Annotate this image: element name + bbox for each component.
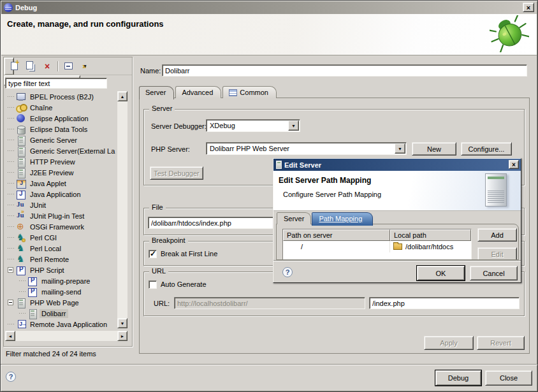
tree-item-label: mailing-prepare bbox=[40, 277, 92, 286]
tree-item-osgi-framework[interactable]: OSGi Framework bbox=[5, 221, 116, 232]
ok-button[interactable]: OK bbox=[417, 266, 465, 280]
tree-item-remote-java-application[interactable]: Remote Java Application bbox=[5, 319, 116, 328]
duplicate-icon[interactable] bbox=[24, 61, 37, 72]
tree-item-label: J2EE Preview bbox=[28, 168, 75, 177]
tree-guide-line bbox=[8, 107, 15, 108]
tree-item-bpel-process-b2j[interactable]: BPEL Process (B2J) bbox=[5, 91, 116, 102]
folder-icon bbox=[393, 243, 402, 250]
tree-item-label: Java Application bbox=[28, 190, 83, 199]
delete-icon[interactable]: × bbox=[41, 61, 54, 72]
tree-guide-line bbox=[8, 324, 15, 324]
vertical-scrollbar[interactable] bbox=[117, 101, 127, 318]
tree-item-generic-server-external-la[interactable]: Generic Server(External La bbox=[5, 145, 116, 156]
auto-generate-checkbox[interactable] bbox=[149, 280, 157, 289]
path-mapping-table[interactable]: Path on serverLocal path//dolibarr/htdoc… bbox=[282, 229, 472, 260]
remote-java-icon bbox=[16, 320, 26, 329]
debug-button[interactable]: Debug bbox=[435, 370, 481, 386]
tree-item-label: JUnit bbox=[28, 201, 48, 210]
break-first-line-checkbox[interactable] bbox=[149, 250, 157, 258]
title-bar[interactable]: Debug × bbox=[1, 1, 537, 14]
tree-item-dolibarr[interactable]: Dolibarr bbox=[5, 308, 116, 319]
scroll-down-icon[interactable]: ▼ bbox=[117, 318, 127, 328]
tree-guide-line bbox=[8, 237, 15, 238]
tab-path-mapping[interactable]: Path Mapping bbox=[312, 212, 373, 226]
tree-item-java-applet[interactable]: Java Applet bbox=[5, 178, 116, 189]
server-path-cell: / bbox=[283, 241, 390, 252]
scroll-up-icon[interactable]: ▲ bbox=[117, 91, 127, 101]
tree-item-generic-server[interactable]: Generic Server bbox=[5, 134, 116, 145]
file-group-title: File bbox=[149, 203, 166, 211]
collapse-all-icon[interactable] bbox=[62, 61, 75, 72]
tree-item-mailing-send[interactable]: mailing-send bbox=[5, 286, 116, 297]
tree-item-php-script[interactable]: PHP Script bbox=[5, 265, 116, 275]
junit-plugin-icon bbox=[16, 212, 26, 221]
table-row[interactable]: //dolibarr/htdocs bbox=[283, 241, 471, 252]
filter-icon[interactable]: »▼ bbox=[78, 61, 91, 72]
tab-server[interactable]: Server bbox=[139, 86, 174, 99]
server-icon bbox=[16, 298, 26, 307]
tree-item-java-application[interactable]: Java Application bbox=[5, 189, 116, 200]
edit-server-title-bar[interactable]: Edit Server bbox=[273, 159, 521, 171]
scroll-left-icon[interactable]: ◄ bbox=[5, 331, 15, 341]
tab-common[interactable]: Common bbox=[222, 86, 277, 98]
collapse-expander-icon[interactable] bbox=[8, 267, 13, 273]
test-debugger-button: Test Debugger bbox=[150, 166, 203, 180]
new-configuration-icon[interactable] bbox=[8, 61, 20, 72]
chevron-down-icon[interactable]: ▼ bbox=[395, 143, 405, 154]
tree-item-label: PHP Web Page bbox=[28, 298, 81, 307]
tree-item-label: OSGi Framework bbox=[28, 222, 86, 231]
tree-item-j2ee-preview[interactable]: J2EE Preview bbox=[5, 167, 116, 178]
tree-item-label: Perl Local bbox=[28, 244, 63, 253]
tree-item-mailing-prepare[interactable]: mailing-prepare bbox=[5, 275, 116, 286]
tree-item-perl-cgi[interactable]: Perl CGI bbox=[5, 232, 116, 243]
tree-item-label: Perl CGI bbox=[28, 233, 59, 242]
close-icon[interactable]: × bbox=[509, 160, 519, 169]
name-label: Name: bbox=[140, 67, 161, 75]
edit-server-dialog: Edit Server × Edit Server Path Mapping C… bbox=[273, 158, 521, 283]
tree-item-cha-ne[interactable]: Chaîne bbox=[5, 102, 116, 113]
tree-item-label: HTTP Preview bbox=[28, 157, 77, 166]
cancel-button[interactable]: Cancel bbox=[470, 266, 518, 280]
help-icon[interactable]: ? bbox=[282, 267, 293, 277]
configure-button[interactable]: Configure... bbox=[461, 142, 512, 156]
osgi-icon bbox=[16, 222, 26, 231]
close-icon[interactable]: × bbox=[523, 3, 534, 12]
local-path-text: /dolibarr/htdocs bbox=[405, 243, 453, 250]
column-header[interactable]: Path on server bbox=[283, 229, 390, 241]
url-path-input[interactable] bbox=[369, 297, 520, 309]
filter-input[interactable] bbox=[5, 78, 107, 89]
tree-guide-line bbox=[19, 280, 27, 281]
java-icon bbox=[16, 190, 26, 199]
add-mapping-button[interactable]: Add bbox=[477, 228, 517, 242]
tree-item-perl-local[interactable]: Perl Local bbox=[5, 243, 116, 254]
horizontal-scrollbar[interactable] bbox=[15, 331, 117, 341]
server-debugger-select[interactable]: XDebug ▼ bbox=[206, 119, 300, 132]
edit-server-header: Edit Server Path Mapping Configure Serve… bbox=[273, 171, 521, 211]
tab-server[interactable]: Server bbox=[277, 212, 311, 224]
perl-cgi-icon bbox=[16, 233, 26, 242]
tree-item-http-preview[interactable]: HTTP Preview bbox=[5, 156, 116, 167]
scroll-right-icon[interactable]: ► bbox=[117, 331, 127, 341]
tree-item-eclipse-application[interactable]: Eclipse Application bbox=[5, 113, 116, 124]
new-server-button[interactable]: New bbox=[412, 142, 456, 156]
url-base-input bbox=[174, 297, 365, 309]
collapse-expander-icon[interactable] bbox=[8, 300, 13, 305]
tree-item-perl-remote[interactable]: Perl Remote bbox=[5, 254, 116, 265]
tree-item-php-web-page[interactable]: PHP Web Page bbox=[5, 297, 116, 308]
help-icon[interactable]: ? bbox=[6, 372, 16, 382]
window-title: Debug bbox=[15, 4, 37, 11]
perl-icon bbox=[16, 244, 26, 253]
php-server-select[interactable]: Dolibarr PHP Web Server ▼ bbox=[206, 142, 407, 155]
tree-item-label: Java Applet bbox=[28, 179, 68, 188]
breakpoint-group-title: Breakpoint bbox=[149, 236, 188, 244]
chevron-down-icon[interactable]: ▼ bbox=[288, 120, 299, 131]
column-header[interactable]: Local path bbox=[390, 229, 471, 241]
tree-item-junit-plug-in-test[interactable]: JUnit Plug-in Test bbox=[5, 210, 116, 221]
name-input[interactable] bbox=[162, 64, 527, 76]
close-button[interactable]: Close bbox=[485, 370, 532, 386]
table-icon bbox=[229, 89, 237, 96]
tab-advanced[interactable]: Advanced bbox=[175, 86, 221, 98]
tree-guide-line bbox=[8, 161, 15, 162]
php-icon bbox=[27, 277, 38, 286]
tree-item-eclipse-data-tools[interactable]: Eclipse Data Tools bbox=[5, 124, 116, 134]
